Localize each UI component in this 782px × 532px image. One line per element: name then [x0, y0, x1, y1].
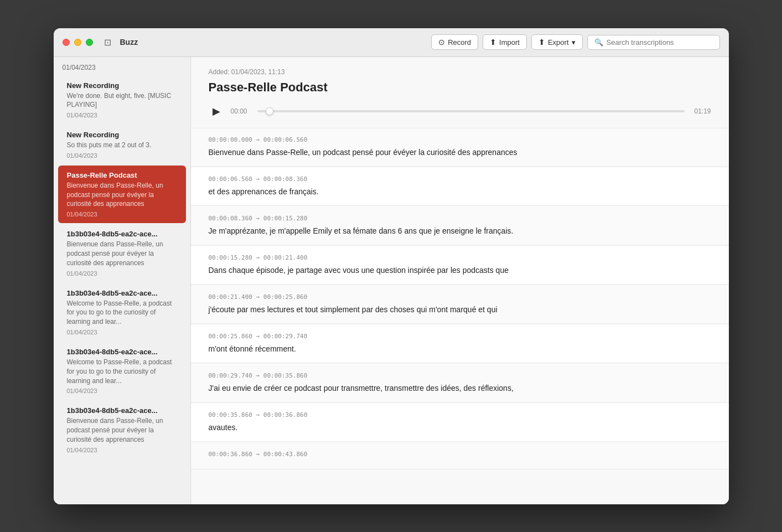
sidebar-item-0[interactable]: New Recording We're done. But eight, fiv… — [58, 76, 186, 125]
sidebar-item-1[interactable]: New Recording So this puts me at 2 out o… — [58, 125, 186, 164]
segment-text-5: m'ont étonné récemment. — [209, 343, 711, 355]
sidebar-item-3[interactable]: 1b3b03e4-8db5-ea2c-ace... Bienvenue dans… — [58, 224, 186, 282]
segment-time-2: 00:00:08.360 → 00:00:15.280 — [209, 215, 711, 222]
time-end: 01:19 — [691, 107, 711, 115]
record-icon: ⊙ — [438, 38, 445, 47]
sidebar-item-title-4: 1b3b03e4-8db5-ea2c-ace... — [67, 289, 177, 297]
titlebar: ⊡ Buzz ⊙ Record ⬆ Import ⬆ Export ▾ 🔍 — [54, 28, 729, 57]
segment-text-1: et des apprenances de français. — [209, 186, 711, 198]
segment-3: 00:00:15.280 → 00:00:21.400 Dans chaque … — [191, 246, 729, 285]
segment-text-4: j'écoute par mes lectures et tout simple… — [209, 304, 711, 316]
play-button[interactable]: ▶ — [209, 104, 224, 119]
sidebar-item-2[interactable]: Passe-Relle Podcast Bienvenue dans Passe… — [58, 166, 186, 223]
segment-4: 00:00:21.400 → 00:00:25.860 j'écoute par… — [191, 286, 729, 324]
search-input[interactable] — [607, 38, 713, 47]
segment-time-3: 00:00:15.280 → 00:00:21.400 — [209, 254, 711, 261]
app-window: ⊡ Buzz ⊙ Record ⬆ Import ⬆ Export ▾ 🔍 — [54, 28, 729, 504]
segment-text-7: avautes. — [209, 422, 711, 433]
segment-time-5: 00:00:25.860 → 00:00:29.740 — [209, 333, 711, 340]
segment-time-6: 00:00:29.740 → 00:00:35.860 — [209, 372, 711, 379]
segment-0: 00:00:00.000 → 00:00:06.560 Bienvenue da… — [191, 128, 729, 167]
segment-time-0: 00:00:00.000 → 00:00:06.560 — [209, 136, 711, 143]
audio-player: ▶ 00:00 01:19 — [209, 104, 711, 121]
segment-time-4: 00:00:21.400 → 00:00:25.860 — [209, 293, 711, 301]
segment-time-8: 00:00:36.860 → 00:00:43.860 — [209, 451, 711, 458]
sidebar-item-6[interactable]: 1b3b03e4-8db5-ea2c-ace... Bienvenue dans… — [58, 401, 186, 458]
close-button[interactable] — [63, 39, 70, 46]
import-button[interactable]: ⬆ Import — [483, 34, 527, 50]
segment-7: 00:00:35.860 → 00:00:36.860 avautes. — [191, 404, 729, 442]
progress-bar[interactable] — [257, 110, 685, 112]
sidebar-date-header: 01/04/2023 — [54, 57, 190, 75]
chevron-down-icon: ▾ — [572, 38, 576, 47]
segment-2: 00:00:08.360 → 00:00:15.280 Je m'appréza… — [191, 207, 729, 245]
sidebar-item-preview-1: So this puts me at 2 out of 3. — [67, 141, 177, 150]
segment-5: 00:00:25.860 → 00:00:29.740 m'ont étonné… — [191, 325, 729, 363]
progress-knob[interactable] — [266, 107, 273, 115]
segment-6: 00:00:29.740 → 00:00:35.860 J'ai eu envi… — [191, 364, 729, 402]
recording-title: Passe-Relle Podcast — [209, 80, 711, 95]
main-content: 01/04/2023 New Recording We're done. But… — [54, 57, 729, 504]
sidebar-item-preview-4: Welcome to Passe-Relle, a podcast for yo… — [67, 299, 177, 327]
sidebar-item-preview-0: We're done. But eight, five. [MUSIC PLAY… — [67, 91, 177, 110]
segment-time-7: 00:00:35.860 → 00:00:36.860 — [209, 411, 711, 419]
sidebar-item-date-1: 01/04/2023 — [67, 152, 177, 159]
segment-text-0: Bienvenue dans Passe-Relle, un podcast p… — [209, 147, 711, 158]
import-icon: ⬆ — [490, 38, 496, 47]
segment-8: 00:00:36.860 → 00:00:43.860 — [191, 443, 729, 469]
toolbar-actions: ⊙ Record ⬆ Import ⬆ Export ▾ 🔍 — [431, 34, 719, 50]
export-button[interactable]: ⬆ Export ▾ — [531, 34, 583, 50]
segment-text-3: Dans chaque épisode, je partage avec vou… — [209, 265, 711, 276]
sidebar-toggle-icon[interactable]: ⊡ — [102, 35, 113, 50]
traffic-lights — [63, 39, 93, 46]
sidebar-item-preview-2: Bienvenue dans Passe-Relle, un podcast p… — [67, 181, 177, 209]
sidebar-item-title-0: New Recording — [67, 81, 177, 90]
maximize-button[interactable] — [86, 39, 93, 46]
segment-text-6: J'ai eu envie de créer ce podcast pour t… — [209, 383, 711, 394]
sidebar-item-preview-3: Bienvenue dans Passe-Relle, un podcast p… — [67, 240, 177, 267]
segments-container: 00:00:00.000 → 00:00:06.560 Bienvenue da… — [191, 128, 729, 469]
search-icon: 🔍 — [594, 38, 603, 47]
record-button[interactable]: ⊙ Record — [431, 34, 478, 50]
sidebar-item-date-5: 01/04/2023 — [67, 388, 177, 394]
sidebar-item-date-0: 01/04/2023 — [67, 112, 177, 118]
sidebar-item-5[interactable]: 1b3b03e4-8db5-ea2c-ace... Welcome to Pas… — [58, 342, 186, 400]
segment-1: 00:00:06.560 → 00:00:08.360 et des appre… — [191, 168, 729, 206]
sidebar-item-title-1: New Recording — [67, 131, 177, 139]
sidebar-item-title-6: 1b3b03e4-8db5-ea2c-ace... — [67, 406, 177, 415]
sidebar-item-title-2: Passe-Relle Podcast — [67, 171, 177, 179]
sidebar-item-preview-6: Bienvenue dans Passe-Relle, un podcast p… — [67, 416, 177, 444]
app-title: Buzz — [120, 38, 432, 47]
sidebar-item-preview-5: Welcome to Passe-Relle, a podcast for yo… — [67, 358, 177, 385]
sidebar-item-date-4: 01/04/2023 — [67, 329, 177, 335]
sidebar-item-4[interactable]: 1b3b03e4-8db5-ea2c-ace... Welcome to Pas… — [58, 283, 186, 341]
sidebar: 01/04/2023 New Recording We're done. But… — [54, 57, 191, 504]
sidebar-item-date-6: 01/04/2023 — [67, 447, 177, 453]
segment-time-1: 00:00:06.560 → 00:00:08.360 — [209, 175, 711, 183]
added-date: Added: 01/04/2023, 11:13 — [209, 68, 711, 76]
sidebar-item-date-3: 01/04/2023 — [67, 270, 177, 277]
search-box[interactable]: 🔍 — [587, 35, 720, 50]
sidebar-item-date-2: 01/04/2023 — [67, 211, 177, 218]
time-start: 00:00 — [231, 107, 251, 115]
content-header: Added: 01/04/2023, 11:13 Passe-Relle Pod… — [191, 57, 729, 128]
minimize-button[interactable] — [74, 39, 81, 46]
sidebar-item-title-5: 1b3b03e4-8db5-ea2c-ace... — [67, 348, 177, 356]
segment-text-2: Je m'apprézante, je m'appelle Emily et s… — [209, 225, 711, 237]
sidebar-item-title-3: 1b3b03e4-8db5-ea2c-ace... — [67, 230, 177, 238]
export-icon: ⬆ — [538, 38, 545, 47]
content-pane: Added: 01/04/2023, 11:13 Passe-Relle Pod… — [191, 57, 729, 504]
